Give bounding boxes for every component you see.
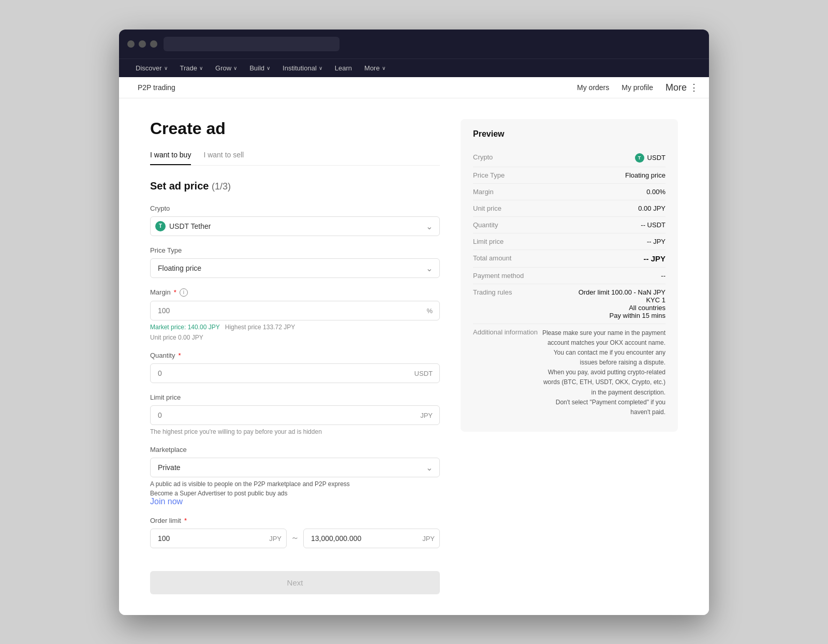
quantity-suffix: USDT bbox=[415, 369, 433, 377]
preview-total-value: -- JPY bbox=[643, 254, 666, 263]
chevron-down-icon: ∨ bbox=[267, 65, 270, 71]
right-panel: Preview Crypto T USDT Price Type Floatin… bbox=[461, 119, 678, 594]
order-limit-label: Order limit * bbox=[150, 517, 440, 524]
preview-usdt-icon: T bbox=[635, 153, 644, 163]
quantity-label: Quantity * bbox=[150, 352, 440, 359]
marketplace-select[interactable]: Private bbox=[150, 458, 440, 477]
limit-price-input[interactable] bbox=[150, 405, 440, 425]
minimize-dot[interactable] bbox=[139, 40, 146, 48]
sub-nav-right: My orders My profile More ⋮ bbox=[577, 82, 699, 93]
preview-additional-row: Additional information Please make sure … bbox=[473, 324, 666, 422]
nav-learn[interactable]: Learn bbox=[329, 59, 358, 77]
preview-limit-price-value: -- JPY bbox=[647, 238, 666, 245]
quantity-input[interactable] bbox=[150, 363, 440, 383]
url-bar[interactable] bbox=[164, 37, 339, 51]
preview-payment-label: Payment method bbox=[473, 272, 524, 280]
order-limit-group: Order limit * JPY ～ JPY bbox=[150, 517, 440, 548]
close-dot[interactable] bbox=[127, 40, 135, 48]
marketplace-label: Marketplace bbox=[150, 446, 440, 453]
marketplace-select-wrapper: Private bbox=[150, 458, 440, 477]
order-max-wrapper: JPY bbox=[303, 529, 440, 548]
nav-build[interactable]: Build ∨ bbox=[243, 59, 276, 77]
tab-buy[interactable]: I want to buy bbox=[150, 151, 191, 165]
page-title: Create ad bbox=[150, 119, 440, 138]
limit-price-label: Limit price bbox=[150, 393, 440, 401]
chevron-down-icon: ∨ bbox=[199, 65, 203, 71]
preview-unit-price-row: Unit price 0.00 JPY bbox=[473, 200, 666, 217]
preview-price-type-row: Price Type Floating price bbox=[473, 167, 666, 184]
tab-sell[interactable]: I want to sell bbox=[203, 151, 244, 165]
chevron-down-icon: ∨ bbox=[319, 65, 322, 71]
preview-payment-value: -- bbox=[661, 272, 666, 280]
sub-nav-p2p[interactable]: P2P trading bbox=[129, 77, 184, 98]
my-profile-link[interactable]: My profile bbox=[622, 83, 653, 92]
marketplace-group: Marketplace Private A public ad is visib… bbox=[150, 446, 440, 506]
nav-institutional[interactable]: Institutional ∨ bbox=[276, 59, 329, 77]
price-type-label: Price Type bbox=[150, 246, 440, 254]
nav-discover[interactable]: Discover ∨ bbox=[129, 59, 174, 77]
marketplace-desc: A public ad is visible to people on the … bbox=[150, 480, 440, 488]
preview-trading-rules-row: Trading rules Order limit 100.00 - NaN J… bbox=[473, 284, 666, 324]
preview-title: Preview bbox=[473, 129, 666, 139]
margin-info-icon[interactable]: i bbox=[180, 288, 188, 297]
order-limit-inputs: JPY ～ JPY bbox=[150, 529, 440, 548]
margin-unit: Unit price 0.00 JPY bbox=[150, 334, 440, 341]
crypto-group: Crypto USDT Tether T bbox=[150, 204, 440, 236]
order-min-input[interactable] bbox=[150, 529, 287, 548]
chevron-down-icon: ∨ bbox=[233, 65, 237, 71]
limit-price-input-wrapper: JPY bbox=[150, 405, 440, 425]
section-title: Set ad price (1/3) bbox=[150, 180, 440, 192]
preview-additional-label: Additional information bbox=[473, 328, 538, 336]
preview-trading-rules-value: Order limit 100.00 - NaN JPY KYC 1 All c… bbox=[579, 288, 666, 319]
preview-trading-rules-label: Trading rules bbox=[473, 288, 512, 296]
left-panel: Create ad I want to buy I want to sell S… bbox=[150, 119, 440, 594]
crypto-select[interactable]: USDT Tether bbox=[150, 216, 440, 236]
quantity-group: Quantity * USDT bbox=[150, 352, 440, 383]
margin-hints: Market price: 140.00 JPY Highest price 1… bbox=[150, 324, 440, 331]
price-type-select[interactable]: Floating price bbox=[150, 258, 440, 278]
margin-label: Margin * i bbox=[150, 288, 440, 297]
preview-unit-price-value: 0.00 JPY bbox=[638, 204, 666, 212]
range-separator: ～ bbox=[291, 533, 299, 544]
price-type-group: Price Type Floating price bbox=[150, 246, 440, 278]
quantity-input-wrapper: USDT bbox=[150, 363, 440, 383]
preview-quantity-row: Quantity -- USDT bbox=[473, 217, 666, 233]
preview-additional-value: Please make sure your name in the paymen… bbox=[541, 328, 666, 418]
preview-price-type-label: Price Type bbox=[473, 171, 505, 179]
preview-margin-value: 0.00% bbox=[646, 188, 666, 196]
price-type-select-wrapper: Floating price bbox=[150, 258, 440, 278]
nav-more[interactable]: More ∨ bbox=[358, 59, 392, 77]
browser-titlebar bbox=[119, 30, 709, 58]
preview-price-type-value: Floating price bbox=[625, 171, 666, 179]
preview-crypto-row: Crypto T USDT bbox=[473, 149, 666, 167]
crypto-label: Crypto bbox=[150, 204, 440, 212]
sub-nav: P2P trading My orders My profile More ⋮ bbox=[119, 77, 709, 98]
preview-quantity-label: Quantity bbox=[473, 221, 498, 229]
nav-grow[interactable]: Grow ∨ bbox=[209, 59, 243, 77]
preview-panel: Preview Crypto T USDT Price Type Floatin… bbox=[461, 119, 678, 432]
preview-limit-price-row: Limit price -- JPY bbox=[473, 233, 666, 250]
preview-crypto-label: Crypto bbox=[473, 153, 493, 161]
intent-tabs: I want to buy I want to sell bbox=[150, 151, 440, 166]
next-button[interactable]: Next bbox=[150, 571, 440, 594]
order-min-suffix: JPY bbox=[269, 534, 282, 542]
sub-nav-more[interactable]: More ⋮ bbox=[666, 82, 699, 93]
page-content: Create ad I want to buy I want to sell S… bbox=[119, 98, 709, 615]
preview-payment-row: Payment method -- bbox=[473, 268, 666, 284]
sub-nav-left: P2P trading bbox=[129, 77, 184, 98]
my-orders-link[interactable]: My orders bbox=[577, 83, 609, 92]
preview-total-row: Total amount -- JPY bbox=[473, 250, 666, 268]
order-max-input[interactable] bbox=[303, 529, 440, 548]
nav-trade[interactable]: Trade ∨ bbox=[174, 59, 209, 77]
chevron-down-icon: ∨ bbox=[382, 65, 386, 71]
preview-margin-row: Margin 0.00% bbox=[473, 184, 666, 200]
order-max-suffix: JPY bbox=[422, 534, 435, 542]
preview-total-label: Total amount bbox=[473, 254, 511, 262]
margin-input[interactable] bbox=[150, 301, 440, 320]
limit-price-hint: The highest price you're willing to pay … bbox=[150, 428, 440, 435]
margin-suffix: % bbox=[426, 306, 433, 314]
maximize-dot[interactable] bbox=[150, 40, 157, 48]
join-link[interactable]: Join now bbox=[150, 497, 440, 506]
preview-margin-label: Margin bbox=[473, 188, 494, 196]
nav-bar: Discover ∨ Trade ∨ Grow ∨ Build ∨ Instit… bbox=[119, 58, 709, 77]
